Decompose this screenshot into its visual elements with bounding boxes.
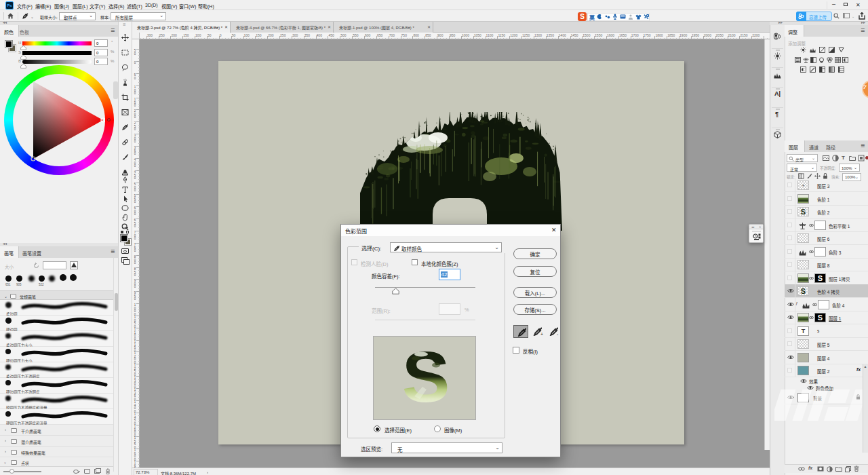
svg-text:S: S [402,349,450,404]
